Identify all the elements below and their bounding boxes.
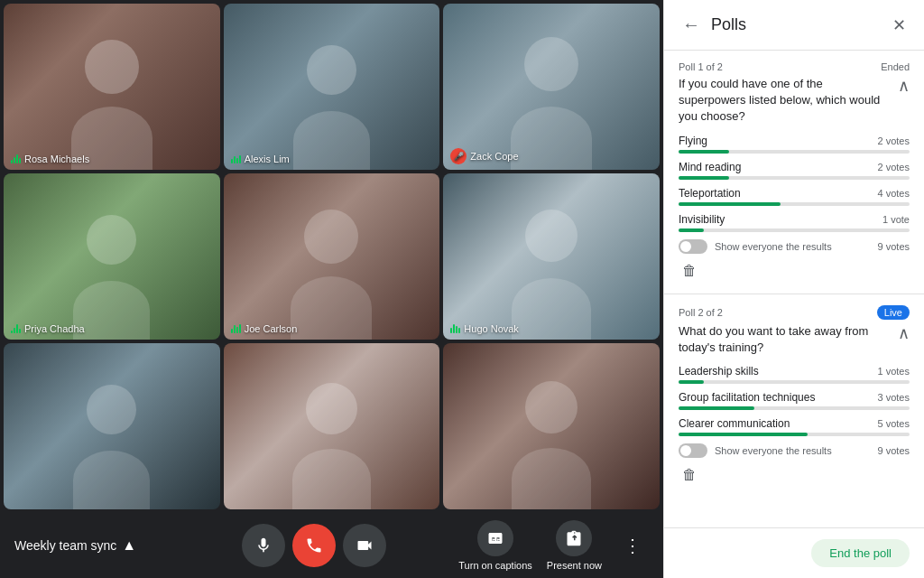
poll-1-collapse-button[interactable]: ∧ <box>891 76 910 96</box>
participant-label-zack: 🎤 Zack Cope <box>450 148 518 164</box>
poll-1-option-teleportation: Teleportation 4 votes <box>679 187 910 206</box>
audio-bars-alexis <box>231 154 241 163</box>
participant-label-alexis: Alexis Lim <box>231 154 290 164</box>
participant-label-rosa: Rosa Michaels <box>11 154 89 164</box>
poll-2-option-leadership: Leadership skills 1 votes <box>679 365 910 384</box>
present-icon <box>556 520 592 556</box>
mute-badge-zack: 🎤 <box>450 148 467 164</box>
bottom-bar: Weekly team sync ▲ Turn on captions <box>0 513 663 578</box>
more-options-button[interactable]: ⋮ <box>616 527 649 564</box>
video-cell-9 <box>443 343 660 509</box>
chevron-up-icon[interactable]: ▲ <box>122 537 136 554</box>
poll-2-footer: Show everyone the results 9 votes <box>679 443 910 458</box>
show-results-toggle-2[interactable] <box>679 443 707 458</box>
delete-poll-1-button[interactable]: 🗑 <box>679 259 700 283</box>
poll-1-option-flying: Flying 2 votes <box>679 135 910 154</box>
panel-title: Polls <box>711 15 882 34</box>
poll-1-number: Poll 1 of 2 <box>679 61 723 72</box>
delete-poll-2-button[interactable]: 🗑 <box>679 463 700 487</box>
video-cell-hugo: Hugo Novak <box>443 173 660 340</box>
video-cell-rosa: Rosa Michaels <box>4 4 220 170</box>
participant-label-priya: Priya Chadha <box>11 323 85 334</box>
polls-content: Poll 1 of 2 Ended If you could have one … <box>664 51 924 527</box>
present-now-button[interactable]: Present now <box>547 520 602 571</box>
video-cell-alexis: Alexis Lim <box>224 4 440 170</box>
poll-2-collapse-button[interactable]: ∧ <box>891 323 910 343</box>
meeting-title: Weekly team sync <box>14 538 116 553</box>
participant-label-joe: Joe Carlson <box>231 323 298 334</box>
meeting-title-area: Weekly team sync ▲ <box>14 537 177 554</box>
back-button[interactable]: ← <box>679 11 704 39</box>
camera-button[interactable] <box>343 524 386 567</box>
video-area: Rosa Michaels Alexis Lim <box>0 0 663 578</box>
audio-bars-joe <box>231 324 241 333</box>
poll-2-option-facilitation: Group facilitation techniques 3 votes <box>679 391 910 410</box>
video-cell-priya: Priya Chadha <box>4 173 220 340</box>
poll-1-footer: Show everyone the results 9 votes <box>679 239 910 254</box>
poll-1-status: Ended <box>881 61 910 72</box>
video-cell-zack: 🎤 Zack Cope <box>443 4 660 170</box>
poll-1-option-mindreading: Mind reading 2 votes <box>679 161 910 180</box>
poll-section-1: Poll 1 of 2 Ended If you could have one … <box>664 51 924 294</box>
end-poll-button[interactable]: End the poll <box>811 539 910 567</box>
polls-panel: ← Polls ✕ Poll 1 of 2 Ended If you could… <box>663 0 924 578</box>
controls-center <box>177 524 450 567</box>
poll-section-2: Poll 2 of 2 Live What do you want to tak… <box>664 294 924 498</box>
mic-button[interactable] <box>242 524 285 567</box>
panel-header: ← Polls ✕ <box>664 0 924 51</box>
poll-2-option-communication: Clearer communication 5 votes <box>679 417 910 436</box>
polls-bottom-bar: End the poll <box>664 527 924 578</box>
end-call-button[interactable] <box>292 524 336 567</box>
poll-1-question: If you could have one of the superpowers… <box>679 76 891 126</box>
poll-2-question: What do you want to take away from today… <box>679 323 891 356</box>
close-button[interactable]: ✕ <box>889 12 910 39</box>
poll-2-number: Poll 2 of 2 <box>679 307 723 318</box>
video-grid: Rosa Michaels Alexis Lim <box>0 0 663 513</box>
audio-bars-priya <box>11 324 21 333</box>
poll-1-meta: Poll 1 of 2 Ended <box>679 61 910 72</box>
controls-right: Turn on captions Present now ⋮ <box>450 520 649 571</box>
poll-1-question-row: If you could have one of the superpowers… <box>679 76 910 126</box>
video-cell-8 <box>224 343 440 509</box>
show-results-toggle-1[interactable] <box>679 239 707 254</box>
captions-icon <box>477 520 513 556</box>
participant-label-hugo: Hugo Novak <box>450 323 519 334</box>
audio-bars-hugo <box>450 324 460 333</box>
video-cell-7 <box>4 343 220 509</box>
audio-bars-rosa <box>11 154 21 163</box>
poll-2-status: Live <box>877 305 910 320</box>
captions-button[interactable]: Turn on captions <box>458 520 532 571</box>
poll-1-option-invisibility: Invisibility 1 vote <box>679 213 910 232</box>
poll-2-meta: Poll 2 of 2 Live <box>679 305 910 320</box>
poll-2-question-row: What do you want to take away from today… <box>679 323 910 356</box>
video-cell-joe: Joe Carlson <box>224 173 440 340</box>
